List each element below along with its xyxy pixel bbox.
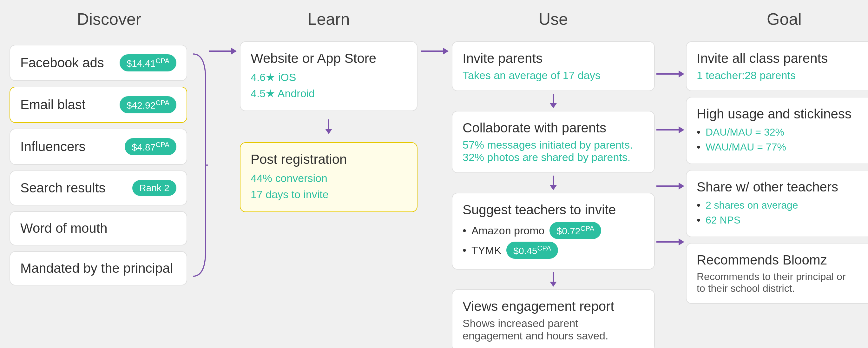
discover-column: Discover Facebook ads $14.41CPA Email bl… [9,9,209,289]
website-sub1: 4.6★ iOS 4.5★ Android [251,69,407,102]
use-goal-arrow-2 [656,126,684,133]
learn-use-arrow [421,9,448,55]
discover-item-mandated: Mandated by the principal [9,251,187,286]
collaborate-subtitle1: 57% messages initiated by parents. [463,139,644,151]
learn-down-arrow [240,119,417,134]
amazon-badge: $0.72CPA [550,222,601,239]
goal-usage-title: High usage and stickiness [697,106,868,122]
use-engagement-wrapper: Views engagement report Shows increased … [452,289,655,348]
discover-item-email: Email blast $42.92CPA [9,87,187,123]
use-goal-arrow-4 [656,238,684,245]
learn-item-post-reg: Post registration 44% conversion 17 days… [240,142,417,212]
mandated-label: Mandated by the principal [20,261,173,276]
use-item-engagement: Views engagement report Shows increased … [452,289,655,348]
goal-item-share: Share w/ other teachers 2 shares on aver… [686,170,868,237]
use-suggest-wrapper: Suggest teachers to invite Amazon promo … [452,193,655,289]
use-arrow-3 [550,272,557,287]
goal-bullet-nps: 62 NPS [697,213,868,228]
influencers-label: Influencers [20,139,85,154]
engagement-subtitle: Shows increased parentengagement and hou… [463,317,644,342]
post-reg-title: Post registration [251,152,407,167]
use-collaborate-wrapper: Collaborate with parents 57% messages in… [452,111,655,193]
learn-cards: Website or App Store 4.6★ iOS 4.5★ Andro… [240,41,417,212]
goal-share-bullets: 2 shares on average 62 NPS [697,198,868,228]
discover-item-facebook: Facebook ads $14.41CPA [9,45,187,81]
goal-usage-bullets: DAU/MAU = 32% WAU/MAU = 77% [697,125,868,155]
bullet-amazon: Amazon promo $0.72CPA [463,221,644,240]
search-badge: Rank 2 [132,180,176,196]
goal-recommends-title: Recommends Bloomz [697,253,868,268]
discover-item-influencers: Influencers $4.87CPA [9,128,187,165]
invite-title: Invite parents [463,51,644,66]
goal-invite-title: Invite all class parents [697,51,868,66]
post-reg-sub: 44% conversion 17 days to invite [251,170,407,203]
suggest-bullets: Amazon promo $0.72CPA TYMK $0.45CPA [463,221,644,260]
engagement-title: Views engagement report [463,299,644,314]
collaborate-title: Collaborate with parents [463,120,644,136]
email-label: Email blast [20,97,85,112]
website-title: Website or App Store [251,51,407,66]
wom-label: Word of mouth [20,221,107,236]
bullet-tymk: TYMK $0.45CPA [463,240,644,260]
goal-recommends-subtitle: Recommends to their principal orto their… [697,271,868,294]
collaborate-subtitle2: 32% photos are shared by parents. [463,151,644,164]
discover-learn-arrow [209,9,237,55]
main-container: Discover Facebook ads $14.41CPA Email bl… [9,9,859,339]
use-invite-wrapper: Invite parents Takes an average of 17 da… [452,41,655,111]
suggest-title: Suggest teachers to invite [463,202,644,218]
use-goal-arrow-1 [656,70,684,78]
learn-title: Learn [308,9,350,29]
use-arrow-1 [550,94,557,108]
goal-item-usage: High usage and stickiness DAU/MAU = 32% … [686,97,868,164]
discover-title: Discover [77,9,141,29]
use-cards: Invite parents Takes an average of 17 da… [452,41,655,348]
goal-item-invite: Invite all class parents 1 teacher:28 pa… [686,41,868,91]
tymk-badge: $0.45CPA [506,242,558,259]
use-goal-connectors [656,9,684,270]
use-item-suggest: Suggest teachers to invite Amazon promo … [452,193,655,269]
learn-item-website: Website or App Store 4.6★ iOS 4.5★ Andro… [240,41,417,111]
discover-bracket-svg [190,41,209,289]
goal-bullet-wau: WAU/MAU = 77% [697,140,868,155]
use-arrow-2 [550,176,557,190]
goal-item-recommends: Recommends Bloomz Recommends to their pr… [686,243,868,304]
goal-share-title: Share w/ other teachers [697,179,868,195]
goal-column: Goal Invite all class parents 1 teacher:… [686,9,868,304]
goal-cards: Invite all class parents 1 teacher:28 pa… [686,41,868,304]
influencers-badge: $4.87CPA [125,138,176,155]
goal-title: Goal [767,9,802,29]
discover-item-wom: Word of mouth [9,211,187,245]
use-goal-arrow-3 [656,182,684,190]
facebook-label: Facebook ads [20,55,104,70]
invite-subtitle: Takes an average of 17 days [463,69,644,82]
facebook-badge: $14.41CPA [120,54,176,71]
use-item-invite: Invite parents Takes an average of 17 da… [452,41,655,91]
goal-bullet-shares: 2 shares on average [697,198,868,213]
goal-bullet-dau: DAU/MAU = 32% [697,125,868,140]
use-column: Use Invite parents Takes an average of 1… [452,9,655,348]
discover-item-search: Search results Rank 2 [9,171,187,205]
use-item-collaborate: Collaborate with parents 57% messages in… [452,111,655,173]
search-label: Search results [20,180,105,196]
use-title: Use [539,9,568,29]
discover-cards: Facebook ads $14.41CPA Email blast $42.9… [9,45,187,286]
goal-invite-subtitle: 1 teacher:28 parents [697,69,868,82]
learn-column: Learn Website or App Store 4.6★ iOS 4.5★… [240,9,417,212]
email-badge: $42.92CPA [120,96,176,113]
